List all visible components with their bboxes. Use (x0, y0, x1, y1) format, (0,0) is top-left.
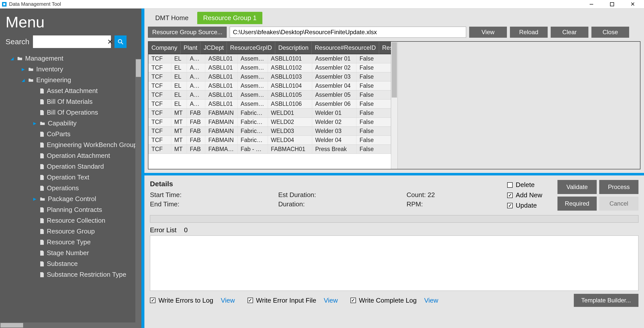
tree-item-bill-of-materials[interactable]: ▶Bill Of Materials (6, 96, 141, 107)
tree-item-operation-standard[interactable]: ▶Operation Standard (6, 161, 141, 172)
folder-icon (17, 56, 23, 61)
tree-item-label: Substance Restriction Type (47, 271, 126, 278)
close-window-button[interactable]: ✕ (627, 0, 638, 8)
view-error-input-link[interactable]: View (324, 297, 338, 304)
table-row[interactable]: TCFMTFABFABMAINFabricaion MainWELD01Weld… (148, 109, 391, 118)
sidebar-vertical-scrollbar[interactable] (135, 59, 141, 323)
cell: False (356, 136, 391, 145)
required-button[interactable]: Required (557, 197, 597, 211)
tree-item-operations[interactable]: ▶Operations (6, 183, 141, 194)
table-row[interactable]: TCFELASSYASBLL01Assembly Line 01ASBLL010… (148, 63, 391, 72)
vertical-divider[interactable] (141, 9, 144, 328)
template-builder-button[interactable]: Template Builder... (574, 294, 638, 307)
tree-item-resource-type[interactable]: ▶Resource Type (6, 237, 141, 248)
tree-item-bill-of-operations[interactable]: ▶Bill Of Operations (6, 107, 141, 118)
column-header-resource-resourceid[interactable]: Resource#ResourceID (312, 42, 379, 54)
cell: ASBLL0104 (268, 81, 312, 90)
search-button[interactable] (114, 35, 127, 48)
table-row[interactable]: TCFELASSYASBLL01Assembly Line 01ASBLL010… (148, 90, 391, 100)
search-input[interactable] (33, 35, 107, 48)
column-header-resourcegrpid[interactable]: ResourceGrpID (227, 42, 275, 54)
svg-rect-12 (41, 134, 43, 135)
cell: Fabricaion Main (238, 109, 268, 117)
write-error-input-checkbox[interactable]: Write Error Input File View (248, 297, 338, 304)
footer-bar: Write Errors to Log View Write Error Inp… (144, 291, 644, 310)
table-row[interactable]: TCFELASSYASBLL01Assembly Line 01ASBLL010… (148, 81, 391, 90)
action-buttons: Validate Process Required Cancel (557, 180, 638, 211)
tree-item-engineering-workbench-group[interactable]: ▶Engineering WorkBench Group (6, 139, 141, 150)
tree-item-capability[interactable]: ▶Capability (6, 118, 141, 129)
sidebar-horizontal-scrollbar[interactable] (0, 322, 141, 328)
table-row[interactable]: TCFMTFABFABMAINFabricaion MainWELD03Weld… (148, 127, 391, 136)
svg-rect-24 (41, 177, 43, 178)
tree-item-asset-attachment[interactable]: ▶Asset Attachment (6, 85, 141, 96)
tree-item-stage-number[interactable]: ▶Stage Number (6, 248, 141, 258)
svg-line-1 (121, 42, 123, 44)
tree-item-planning-contracts[interactable]: ▶Planning Contracts (6, 204, 141, 215)
cell: TCF (148, 118, 171, 126)
table-row[interactable]: TCFELASSYASBLL01Assembly Line 01ASBLL010… (148, 100, 391, 109)
column-header-company[interactable]: Company (148, 42, 181, 54)
error-list-box[interactable] (150, 236, 638, 291)
source-path-field[interactable]: C:\Users\bfeakes\Desktop\ResourceFiniteU… (230, 27, 466, 38)
tree-item-resource-collection[interactable]: ▶Resource Collection (6, 215, 141, 226)
tab-resource-group-1[interactable]: Resource Group 1 (197, 12, 262, 24)
tab-dmt-home[interactable]: DMT Home (149, 12, 194, 24)
tree-item-label: Engineering WorkBench Group (47, 141, 137, 149)
svg-rect-33 (41, 221, 43, 221)
close-button[interactable]: Close (591, 27, 629, 38)
cell: TCF (148, 90, 171, 99)
menu-heading: Menu (0, 9, 141, 33)
process-button[interactable]: Process (599, 180, 638, 194)
table-row[interactable]: TCFMTFABFABMAINFabricaion MainWELD04Weld… (148, 136, 391, 145)
table-row[interactable]: TCFELASSYASBLL01Assembly Line 01ASBLL010… (148, 72, 391, 81)
search-clear-icon[interactable]: ✕ (107, 38, 113, 46)
column-header-plant[interactable]: Plant (181, 42, 201, 54)
cell: TCF (148, 136, 171, 145)
tree-inventory[interactable]: ▶Inventory (6, 64, 141, 75)
tree-item-operation-attachment[interactable]: ▶Operation Attachment (6, 150, 141, 161)
cell: TCF (148, 72, 171, 81)
add-new-checkbox[interactable]: Add New (507, 191, 557, 199)
view-errors-link[interactable]: View (221, 297, 235, 304)
cell: Assembly Line 01 (238, 63, 268, 72)
clear-button[interactable]: Clear (551, 27, 588, 38)
tree-item-package-control[interactable]: ▶Package Control (6, 194, 141, 204)
document-icon (40, 229, 44, 234)
write-complete-log-checkbox[interactable]: Write Complete Log View (350, 297, 438, 304)
write-errors-checkbox[interactable]: Write Errors to Log View (150, 297, 235, 304)
tree-item-resource-group[interactable]: ▶Resource Group (6, 226, 141, 237)
tree-item-substance[interactable]: ▶Substance (6, 258, 141, 269)
minimize-button[interactable] (586, 0, 597, 8)
update-checkbox[interactable]: Update (507, 202, 557, 209)
cell: Assembler 01 (312, 54, 356, 63)
cell: Welder 01 (312, 109, 356, 117)
column-header-description[interactable]: Description (275, 42, 312, 54)
error-count: 0 (184, 226, 187, 234)
table-row[interactable]: TCFMTFABFABMAINFabricaion MainWELD02Weld… (148, 118, 391, 127)
delete-checkbox[interactable]: Delete (507, 181, 557, 189)
cell: ASBLL01 (205, 81, 237, 90)
grid-vertical-scrollbar[interactable] (391, 42, 397, 169)
table-row[interactable]: TCFELASBLASBLL01Assembly Line 01ASBLL010… (148, 54, 391, 63)
tree-item-label: Bill Of Operations (47, 109, 98, 116)
tree-engineering[interactable]: ◢Engineering (6, 75, 141, 85)
view-button[interactable]: View (469, 27, 507, 38)
validate-button[interactable]: Validate (557, 180, 597, 194)
column-header-jcdept[interactable]: JCDept (200, 42, 227, 54)
tree-item-substance-restriction-type[interactable]: ▶Substance Restriction Type (6, 269, 141, 280)
tree-management[interactable]: ◢Management (6, 53, 141, 64)
reload-button[interactable]: Reload (510, 27, 548, 38)
source-file-button[interactable]: Resource Group Source... (148, 27, 227, 38)
column-header-resource-description[interactable]: Resource#Description (379, 42, 391, 54)
table-row[interactable]: TCFMTFABFABMACHFab - MachiningFABMACH01P… (148, 145, 391, 154)
cell: FAB (187, 145, 206, 154)
cell: False (356, 90, 391, 99)
tree-item-operation-text[interactable]: ▶Operation Text (6, 172, 141, 183)
svg-rect-40 (41, 243, 43, 244)
maximize-button[interactable] (606, 0, 618, 8)
tree-item-coparts[interactable]: ▶CoParts (6, 129, 141, 139)
cell: ASBLL0101 (268, 54, 312, 63)
horizontal-divider[interactable] (144, 173, 644, 175)
view-complete-log-link[interactable]: View (424, 297, 438, 304)
